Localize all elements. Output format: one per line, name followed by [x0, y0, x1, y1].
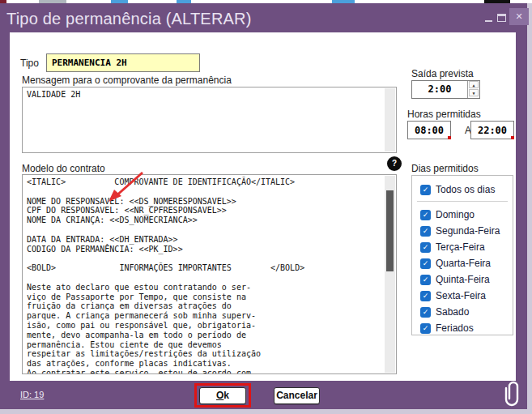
horas-permitidas-label: Horas permitidas — [407, 109, 481, 120]
checkbox-checked-icon: ✓ — [420, 210, 431, 220]
validation-dot — [511, 136, 514, 139]
help-icon[interactable]: ? — [387, 156, 402, 171]
spinner-buttons: ▲ ▼ — [467, 81, 479, 98]
checkbox-terca-feira[interactable]: ✓ Terça-Feira — [420, 242, 511, 254]
close-icon[interactable]: ✕ — [509, 8, 529, 25]
hora-inicio-input[interactable] — [407, 121, 451, 139]
validation-dot — [448, 136, 451, 139]
checkbox-quinta-feira[interactable]: ✓ Quinta-Feira — [420, 275, 511, 286]
minimize-icon[interactable] — [485, 20, 492, 22]
checkbox-segunda-feira[interactable]: ✓ Segunda-Feira — [420, 226, 511, 237]
dias-permitidos-label: Dias permitidos — [411, 163, 479, 174]
spin-up-icon[interactable]: ▲ — [469, 81, 479, 88]
maximize-icon[interactable] — [497, 14, 506, 22]
checkbox-domingo[interactable]: ✓ Domingo — [420, 210, 511, 221]
checkbox-feriados[interactable]: ✓ Feriados — [420, 323, 511, 335]
divider — [417, 201, 508, 202]
paperclip-icon[interactable] — [501, 381, 522, 408]
checkbox-todos-os-dias[interactable]: ✓ Todos os dias — [420, 185, 511, 196]
checkbox-checked-icon: ✓ — [420, 307, 431, 318]
saida-prevista-spinner[interactable]: 2:00 ▲ ▼ — [411, 80, 480, 99]
dialog-content: Tipo Mensagem para o comprovante da perm… — [10, 32, 516, 381]
checkbox-checked-icon: ✓ — [420, 323, 431, 334]
checkbox-sabado[interactable]: ✓ Sabado — [420, 307, 511, 318]
checkbox-checked-icon: ✓ — [420, 226, 431, 237]
scrollbar-thumb[interactable] — [386, 190, 394, 271]
hora-fim-input[interactable] — [470, 121, 514, 139]
cancel-button[interactable]: Cancelar — [274, 387, 320, 404]
window-edge — [0, 409, 532, 414]
titlebar[interactable]: Tipo de permanência (ALTERAR) ✕ — [0, 3, 527, 32]
id-link[interactable]: ID: 19 — [20, 390, 44, 399]
checkbox-checked-icon: ✓ — [420, 258, 431, 269]
mensagem-textarea[interactable]: VALIDADE 2H — [22, 87, 397, 153]
saida-prevista-label: Saída prevista — [411, 68, 474, 79]
scrollbar[interactable] — [385, 176, 395, 373]
mensagem-label: Mensagem para o comprovante da permanênc… — [22, 75, 232, 86]
checkbox-checked-icon: ✓ — [420, 291, 431, 301]
modelo-text: <ITALIC> COMPROVANTE DE IDENTIFICAÇÃO</I… — [23, 175, 396, 374]
window-title: Tipo de permanência (ALTERAR) — [6, 10, 252, 28]
checkbox-sexta-feira[interactable]: ✓ Sexta-Feira — [420, 291, 511, 302]
ok-label-rest: k — [223, 390, 229, 401]
dias-permitidos-panel: ✓ Todos os dias ✓ Domingo ✓ Segunda-Feir… — [411, 175, 513, 335]
checkbox-checked-icon: ✓ — [420, 275, 431, 285]
checkbox-quarta-feira[interactable]: ✓ Quarta-Feira — [420, 258, 511, 270]
saida-prevista-value: 2:00 — [412, 81, 467, 98]
modelo-textarea[interactable]: <ITALIC> COMPROVANTE DE IDENTIFICAÇÃO</I… — [22, 174, 397, 374]
tipo-permanencia-dialog: Tipo de permanência (ALTERAR) ✕ Tipo Men… — [0, 0, 532, 414]
scrollbar[interactable] — [385, 88, 395, 152]
tipo-label: Tipo — [20, 58, 39, 69]
window-edge — [527, 3, 532, 414]
modelo-label: Modelo do contrato — [22, 163, 105, 174]
mensagem-text: VALIDADE 2H — [23, 87, 396, 100]
ok-button[interactable]: Ok — [199, 387, 246, 404]
checkbox-checked-icon: ✓ — [420, 242, 431, 253]
checkbox-checked-icon: ✓ — [420, 185, 431, 195]
footer-bar: ID: 19 Ok Cancelar — [0, 381, 527, 409]
ok-mnemonic: O — [216, 390, 223, 401]
tipo-input[interactable] — [46, 53, 200, 72]
spin-down-icon[interactable]: ▼ — [469, 89, 479, 96]
